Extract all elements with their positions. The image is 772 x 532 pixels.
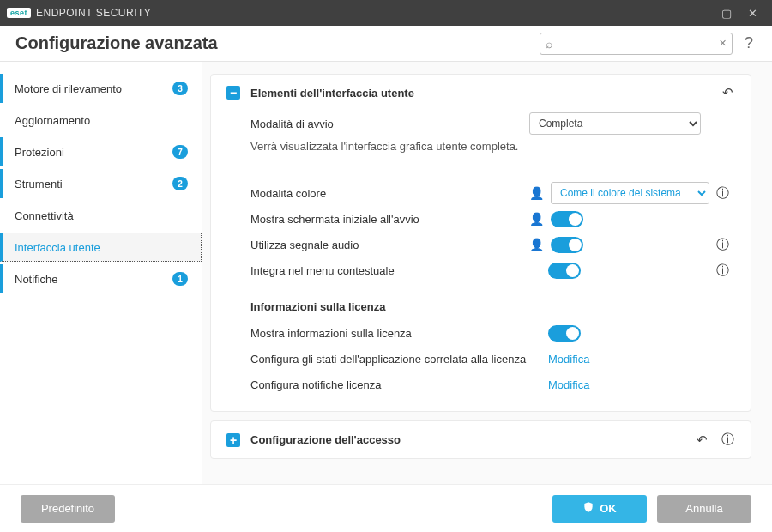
user-icon: 👤 [529, 212, 544, 226]
sidebar-item-label: Aggiornamento [15, 114, 188, 127]
app-states-label: Configura gli stati dell'applicazione co… [250, 353, 529, 366]
shield-icon [582, 501, 594, 516]
badge: 2 [172, 177, 188, 190]
page-title: Configurazione avanzata [15, 33, 218, 53]
splash-label: Mostra schermata iniziale all'avvio [250, 213, 529, 226]
maximize-button[interactable]: ▢ [714, 0, 739, 26]
button-label: Predefinito [41, 502, 94, 515]
show-license-label: Mostra informazioni sulla licenza [250, 327, 529, 340]
default-button[interactable]: Predefinito [21, 495, 115, 523]
sidebar-item-tools[interactable]: Strumenti 2 [0, 169, 202, 198]
info-icon[interactable]: ⓘ [715, 237, 730, 253]
panel-title: Configurazione dell'accesso [250, 433, 684, 446]
license-heading: Informazioni sulla licenza [250, 300, 735, 313]
panel-ui-elements: − Elementi dell'interfaccia utente ↶ Mod… [210, 74, 751, 412]
sidebar-item-update[interactable]: Aggiornamento [0, 106, 202, 135]
eset-logo: eset [7, 8, 31, 18]
sidebar-item-connectivity[interactable]: Connettività [0, 201, 202, 230]
sidebar-item-label: Notifiche [15, 273, 166, 286]
undo-button[interactable]: ↶ [720, 85, 735, 100]
panel-access-config: + Configurazione dell'accesso ↶ ⓘ [210, 420, 751, 459]
info-icon[interactable]: ⓘ [720, 432, 735, 448]
panel-title: Elementi dell'interfaccia utente [250, 87, 709, 100]
license-notif-edit-link[interactable]: Modifica [548, 378, 589, 391]
show-license-toggle[interactable] [548, 325, 581, 342]
panel-header: − Elementi dell'interfaccia utente ↶ [211, 75, 751, 111]
sidebar-item-notifications[interactable]: Notifiche 1 [0, 264, 202, 293]
startup-mode-select[interactable]: Completa [529, 112, 701, 135]
help-button[interactable]: ? [741, 34, 757, 52]
color-mode-select[interactable]: Come il colore del sistema [551, 182, 709, 204]
sidebar-item-protections[interactable]: Protezioni 7 [0, 137, 202, 166]
badge: 1 [172, 272, 188, 286]
license-notif-label: Configura notifiche licenza [250, 378, 529, 391]
sidebar: Motore di rilevamento 3 Aggiornamento Pr… [0, 62, 202, 484]
panel-header: + Configurazione dell'accesso ↶ ⓘ [211, 421, 751, 458]
cancel-button[interactable]: Annulla [657, 495, 751, 523]
color-mode-label: Modalità colore [250, 187, 529, 200]
header: Configurazione avanzata ⌕ ✕ ? [0, 26, 772, 62]
search-input[interactable] [556, 38, 715, 50]
sidebar-item-user-interface[interactable]: Interfaccia utente [0, 233, 202, 262]
startup-mode-description: Verrà visualizzata l'interfaccia grafica… [250, 140, 735, 153]
sidebar-item-label: Protezioni [15, 146, 166, 159]
expand-button[interactable]: + [226, 433, 240, 447]
app-states-edit-link[interactable]: Modifica [548, 353, 589, 366]
undo-button[interactable]: ↶ [694, 432, 709, 448]
footer: Predefinito OK Annulla [0, 484, 772, 532]
sidebar-item-label: Motore di rilevamento [15, 82, 166, 95]
titlebar: eset ENDPOINT SECURITY ▢ ✕ [0, 0, 772, 26]
close-icon: ✕ [748, 7, 757, 20]
user-icon: 👤 [529, 238, 544, 251]
collapse-button[interactable]: − [226, 86, 240, 100]
plus-icon: + [230, 434, 237, 446]
content: − Elementi dell'interfaccia utente ↶ Mod… [202, 62, 772, 484]
sound-label: Utilizza segnale audio [250, 239, 529, 251]
maximize-icon: ▢ [721, 7, 732, 20]
close-window-button[interactable]: ✕ [739, 0, 765, 26]
info-icon[interactable]: ⓘ [715, 185, 730, 202]
product-name: ENDPOINT SECURITY [36, 7, 151, 19]
badge: 3 [172, 82, 188, 95]
sound-toggle[interactable] [551, 237, 583, 253]
user-icon: 👤 [529, 186, 544, 200]
minus-icon: − [230, 87, 237, 99]
button-label: Annulla [685, 502, 722, 515]
brand: eset ENDPOINT SECURITY [7, 7, 151, 19]
sidebar-item-detection-engine[interactable]: Motore di rilevamento 3 [0, 74, 202, 103]
badge: 7 [172, 145, 188, 159]
info-icon[interactable]: ⓘ [715, 263, 730, 279]
search-icon: ⌕ [546, 37, 552, 51]
context-menu-toggle[interactable] [548, 263, 581, 279]
splash-toggle[interactable] [551, 211, 583, 227]
search-field[interactable]: ⌕ ✕ [540, 33, 733, 55]
sidebar-item-label: Strumenti [15, 178, 166, 190]
sidebar-item-label: Interfaccia utente [15, 241, 187, 254]
clear-search-icon[interactable]: ✕ [719, 38, 727, 49]
button-label: OK [600, 502, 617, 515]
context-menu-label: Integra nel menu contestuale [250, 264, 529, 277]
startup-mode-label: Modalità di avvio [250, 118, 529, 130]
ok-button[interactable]: OK [552, 495, 647, 523]
sidebar-item-label: Connettività [15, 209, 188, 222]
